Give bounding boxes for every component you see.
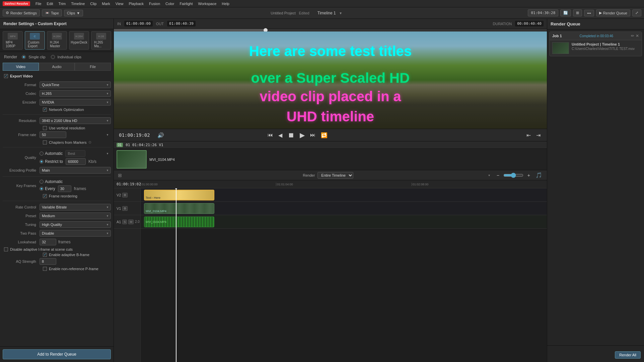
preset-h265[interactable]: H.26 H.265 Ma... [91, 31, 111, 50]
encoder-select[interactable]: NVIDIA [40, 99, 111, 106]
timeline-zoom-slider[interactable] [503, 173, 523, 178]
v2-settings-button[interactable]: ⚙ [122, 193, 128, 197]
key-frames-every-input[interactable] [58, 185, 71, 192]
preset-custom-export[interactable]: C Custom Export [25, 31, 45, 50]
timeline-audio-button[interactable]: 🎵 [534, 171, 544, 179]
individual-clips-radio[interactable] [51, 55, 55, 59]
preset-row: Preset Medium [3, 213, 111, 219]
menu-help[interactable]: Help [222, 2, 229, 6]
go-to-end-button[interactable]: ⏭ [309, 131, 317, 139]
menu-fusion[interactable]: Fusion [149, 2, 160, 6]
format-select-wrapper: QuickTime [40, 81, 111, 88]
resolution-select[interactable]: 3840 x 2160 Ultra HD [40, 117, 111, 124]
tuning-select[interactable]: High Quality [40, 221, 111, 228]
timeline-zoom-in-button[interactable]: + [526, 172, 531, 179]
render-range-select[interactable]: Entire Timeline In/Out Range [317, 172, 353, 179]
key-frames-auto-radio[interactable] [40, 180, 44, 184]
menu-clip[interactable]: Clip [90, 2, 96, 6]
audio-clip[interactable]: MVI_0104.MP4 [144, 217, 214, 227]
enable-adaptive-b-checkbox[interactable] [43, 253, 47, 257]
v1-settings-button[interactable]: ⚙ [122, 206, 128, 211]
render-settings-button[interactable]: ⚙ Render Settings [3, 9, 40, 16]
frame-rate-select[interactable]: 50 [40, 131, 66, 138]
enable-non-ref-checkbox[interactable] [43, 267, 47, 271]
go-to-start-button[interactable]: ⏮ [266, 131, 274, 139]
maximize-button[interactable]: ⤢ [632, 9, 641, 16]
more-options-button[interactable]: ••• [584, 10, 594, 16]
out-label: OUT [156, 22, 164, 26]
play-button[interactable]: ▶ [298, 130, 306, 140]
chapters-markers-checkbox[interactable] [43, 140, 47, 144]
tab-audio[interactable]: Audio [39, 63, 75, 71]
enable-adaptive-b-row: Enable adaptive B-frame [43, 253, 111, 257]
preview-text-4: UHD timeline [114, 109, 547, 125]
mark-out-button[interactable]: ⇥ [535, 131, 542, 139]
quality-row: Quality Automatic Best Restrict to [3, 150, 111, 165]
aq-strength-input[interactable] [40, 258, 56, 265]
video-clip[interactable]: MVI_0104.MP4 [144, 203, 214, 214]
playhead[interactable] [176, 188, 176, 362]
menu-trim[interactable]: Trim [59, 2, 66, 6]
quality-restrict-input[interactable] [66, 158, 86, 165]
network-optimization-checkbox[interactable] [43, 108, 47, 112]
quality-automatic-radio[interactable] [40, 152, 44, 156]
volume-button[interactable]: 🔊 [156, 131, 165, 139]
timeline-zoom-out-button[interactable]: − [495, 172, 501, 179]
codec-select[interactable]: H.265 [40, 90, 111, 97]
export-video-checkbox[interactable] [4, 74, 8, 78]
quality-best-select[interactable]: Best [65, 150, 85, 157]
aq-strength-row: AQ Strength [3, 258, 111, 265]
tab-file[interactable]: File [75, 63, 111, 71]
project-title-area: Untitled Project Edited Timeline 1 ▼ [85, 10, 526, 15]
ruler-mark-2: 01:01:04:00 [276, 183, 411, 186]
render-all-button[interactable]: Render All [615, 351, 641, 359]
timeline-options-button[interactable]: ⊞ [117, 172, 123, 179]
lookahead-input[interactable] [40, 239, 56, 245]
stop-button[interactable]: ⏹ [286, 131, 296, 140]
menu-workspace[interactable]: Workspace [198, 2, 217, 6]
menu-file[interactable]: File [35, 2, 42, 6]
format-select[interactable]: QuickTime [40, 81, 111, 88]
menu-fairlight[interactable]: Fairlight [180, 2, 193, 6]
job-1-edit-button[interactable]: ✏ [631, 34, 634, 38]
menu-edit[interactable]: Edit [47, 2, 53, 6]
grid-button[interactable]: ⊞ [573, 9, 582, 16]
preset-mp4[interactable]: MP4 MP4 1080P [3, 31, 23, 50]
a1-s-button[interactable]: S [122, 220, 127, 224]
add-to-render-queue-button[interactable]: Add to Render Queue [3, 349, 111, 359]
key-frames-every-radio[interactable] [40, 187, 44, 191]
sync-button[interactable]: 🔄 [560, 9, 571, 16]
tab-video[interactable]: Video [3, 63, 39, 71]
clip-number: 01 [117, 143, 123, 147]
settings-scroll[interactable]: Render Single clip Individual clips Vide… [0, 52, 114, 346]
tape-button[interactable]: 📼 Tape [42, 9, 62, 16]
text-clip[interactable]: Text - Here [144, 190, 214, 200]
menu-playback[interactable]: Playback [129, 2, 144, 6]
disable-adaptive-checkbox[interactable] [4, 247, 8, 251]
step-back-button[interactable]: ◀ [277, 131, 284, 139]
menu-timeline[interactable]: Timeline [71, 2, 85, 6]
quality-restrict-radio[interactable] [40, 160, 44, 164]
timeline-area: ⊞ Render Entire Timeline In/Out Range − … [114, 170, 547, 362]
preset-h264-master[interactable]: H.264 H.264 Master [47, 31, 67, 50]
single-clip-radio[interactable] [22, 55, 26, 59]
lookahead-unit-label: frames [58, 240, 71, 244]
frame-reordering-checkbox[interactable] [43, 194, 47, 198]
use-vertical-resolution-checkbox[interactable] [43, 126, 47, 130]
a1-m-button[interactable]: M [128, 220, 134, 224]
preset-select[interactable]: Medium [40, 213, 111, 219]
encoding-profile-select[interactable]: Main [40, 167, 111, 174]
loop-button[interactable]: 🔁 [319, 131, 329, 139]
menu-color[interactable]: Color [165, 2, 174, 6]
menu-mark[interactable]: Mark [102, 2, 110, 6]
clips-button[interactable]: Clips ▼ [64, 10, 83, 16]
menu-view[interactable]: View [116, 2, 124, 6]
preset-hyperdeck[interactable]: H.264 HyperDeck [69, 31, 89, 50]
render-queue-button[interactable]: ▶ Render Queue [596, 9, 630, 16]
rate-control-select[interactable]: Variable Bitrate [40, 204, 111, 210]
two-pass-select[interactable]: Disable [40, 230, 111, 237]
timeline-scrubber[interactable] [114, 29, 547, 32]
job-1-delete-button[interactable]: ✕ [636, 34, 639, 38]
mark-in-button[interactable]: ⇤ [525, 131, 532, 139]
network-optimization-row: Network Optimization [43, 108, 111, 112]
